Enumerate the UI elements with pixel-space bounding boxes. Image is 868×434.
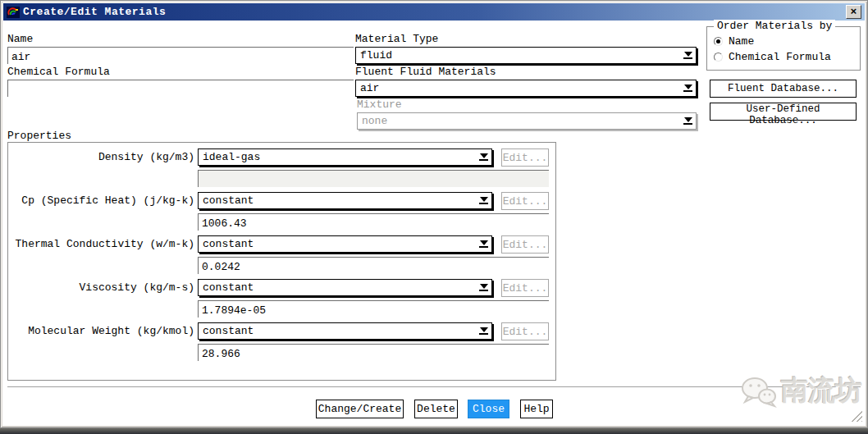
radio-unselected-icon[interactable] (714, 53, 723, 62)
order-by-chemical-formula-option[interactable]: Chemical Formula (714, 51, 831, 63)
window-title: Create/Edit Materials (23, 6, 166, 18)
order-materials-by-title: Order Materials by (714, 20, 835, 32)
thermal-conductivity-label: Thermal Conductivity (w/m-k) (7, 238, 194, 250)
order-by-name-label: Name (729, 35, 754, 48)
fluent-database-button[interactable]: Fluent Database... (710, 80, 857, 98)
watermark: 南流坊 (740, 372, 862, 409)
density-method-dropdown[interactable]: ideal-gas (198, 148, 492, 166)
thermal-conductivity-edit-button[interactable]: Edit... (501, 235, 549, 254)
material-type-label: Material Type (355, 33, 438, 45)
name-input[interactable] (7, 47, 354, 64)
molecular-weight-method-dropdown[interactable]: constant (198, 322, 492, 340)
window-bottom-edge (0, 428, 868, 434)
molecular-weight-label: Molecular Weight (kg/kmol) (7, 325, 194, 337)
cp-label: Cp (Specific Heat) (j/kg-k) (7, 194, 194, 207)
close-icon[interactable]: × (846, 5, 861, 19)
resize-grip-icon[interactable] (850, 409, 862, 422)
chevron-down-icon (479, 327, 488, 336)
order-by-name-option[interactable]: Name (714, 35, 754, 48)
thermal-conductivity-method-dropdown[interactable]: constant (198, 235, 492, 253)
molecular-weight-edit-button[interactable]: Edit... (501, 322, 549, 340)
fluent-logo-icon (7, 7, 20, 18)
order-materials-by-group: Order Materials by Name Chemical Formula (706, 26, 861, 71)
chevron-down-icon (479, 153, 488, 162)
chemical-formula-input[interactable] (7, 80, 354, 97)
properties-title: Properties (7, 130, 71, 142)
density-label: Density (kg/m3) (7, 151, 194, 163)
close-button[interactable]: Close (468, 400, 509, 418)
help-button[interactable]: Help (520, 400, 553, 418)
titlebar[interactable]: Create/Edit Materials × (3, 3, 865, 21)
chevron-down-icon (683, 85, 692, 94)
watermark-text: 南流坊 (781, 372, 862, 409)
molecular-weight-value-field[interactable] (198, 344, 549, 361)
delete-button[interactable]: Delete (414, 400, 458, 418)
material-type-dropdown[interactable]: fluid (355, 47, 697, 64)
viscosity-value-field[interactable] (198, 300, 549, 318)
create-edit-materials-dialog: Create/Edit Materials × Name Chemical Fo… (0, 0, 868, 428)
user-defined-database-button[interactable]: User-Defined Database... (710, 103, 857, 121)
chevron-down-icon (479, 284, 488, 293)
cp-method-dropdown[interactable]: constant (198, 192, 492, 209)
density-edit-button[interactable]: Edit... (501, 148, 549, 167)
name-label: Name (7, 33, 33, 45)
fluent-fluid-materials-label: Fluent Fluid Materials (355, 66, 496, 78)
chevron-down-icon (683, 117, 692, 126)
viscosity-edit-button[interactable]: Edit... (501, 279, 549, 297)
order-by-chemical-formula-label: Chemical Formula (729, 51, 831, 63)
cp-edit-button[interactable]: Edit... (501, 192, 549, 210)
thermal-conductivity-value-field[interactable] (198, 257, 549, 274)
chevron-down-icon (683, 52, 692, 61)
viscosity-method-dropdown[interactable]: constant (198, 279, 492, 296)
chevron-down-icon (479, 240, 488, 249)
mixture-dropdown: none (357, 112, 697, 130)
footer-divider (7, 386, 861, 387)
radio-selected-icon[interactable] (714, 37, 723, 46)
chevron-down-icon (479, 197, 488, 206)
change-create-button[interactable]: Change/Create (316, 400, 404, 418)
fluent-fluid-materials-dropdown[interactable]: air (355, 80, 697, 97)
density-value-field (198, 170, 549, 187)
viscosity-label: Viscosity (kg/m-s) (7, 281, 194, 294)
chemical-formula-label: Chemical Formula (7, 66, 110, 78)
cp-value-field[interactable] (198, 213, 549, 231)
mixture-label: Mixture (357, 98, 402, 111)
wechat-icon (740, 375, 778, 408)
